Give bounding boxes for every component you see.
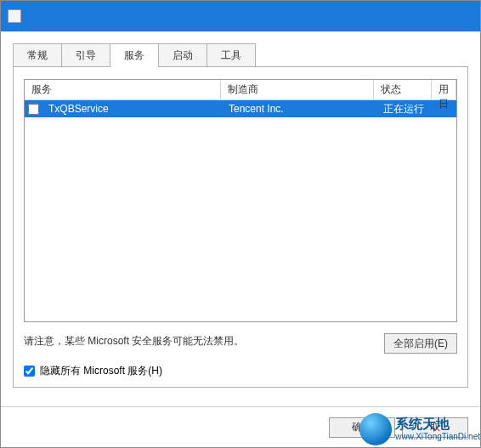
col-manufacturer[interactable]: 制造商 [221,80,375,99]
tab-services[interactable]: 服务 [110,43,159,67]
ok-button[interactable]: 确定 [329,417,395,438]
tab-strip: 常规 引导 服务 启动 工具 [13,43,468,67]
hide-ms-label: 隐藏所有 Microsoft 服务(H) [40,364,162,378]
hide-ms-row[interactable]: 隐藏所有 Microsoft 服务(H) [24,364,457,378]
tab-startup[interactable]: 启动 [158,43,207,66]
enable-all-button[interactable]: 全部启用(E) [384,333,457,354]
services-pane: 服务 制造商 状态 禁用日 TxQBServiceTencent Inc.正在运… [13,67,468,388]
cell-manufacturer: Tencent Inc. [222,103,376,115]
dialog-footer: 确定 取 [1,406,480,447]
tab-tools[interactable]: 工具 [207,43,256,66]
system-config-icon [8,9,21,23]
col-disable-date[interactable]: 禁用日 [432,80,456,99]
table-row[interactable]: TxQBServiceTencent Inc.正在运行 [25,100,456,117]
cell-service: TxQBService [42,103,222,115]
list-header: 服务 制造商 状态 禁用日 [25,80,456,100]
col-status[interactable]: 状态 [374,80,432,99]
tab-general[interactable]: 常规 [13,43,62,66]
services-list[interactable]: 服务 制造商 状态 禁用日 TxQBServiceTencent Inc.正在运… [24,79,457,322]
row-checkbox[interactable] [28,104,39,115]
col-service[interactable]: 服务 [25,80,221,99]
cancel-button[interactable]: 取 [402,417,468,438]
row-checkbox-wrap [25,104,42,115]
tab-boot[interactable]: 引导 [61,43,110,66]
dialog-body: 常规 引导 服务 启动 工具 服务 制造商 状态 禁用日 TxQBService… [1,31,480,388]
cell-status: 正在运行 [376,102,434,116]
hide-ms-checkbox[interactable] [24,366,35,377]
titlebar [1,1,480,31]
list-body: TxQBServiceTencent Inc.正在运行 [25,100,456,117]
